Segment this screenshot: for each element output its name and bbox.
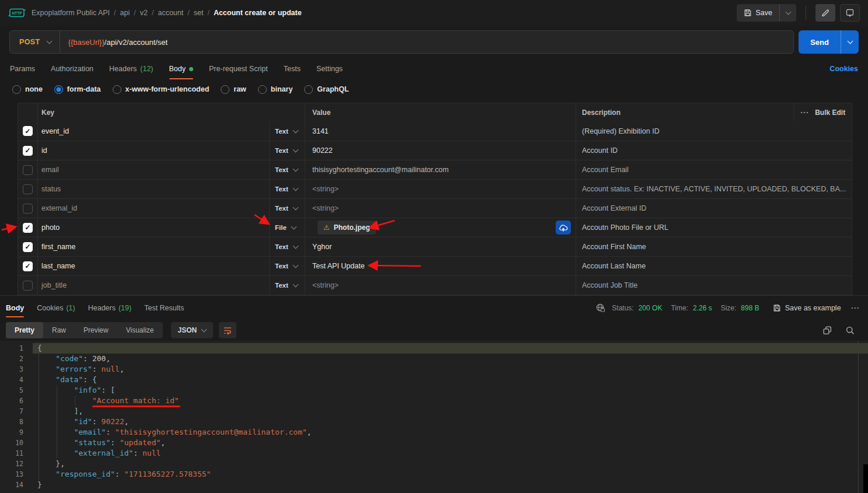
type-select[interactable]: Text — [269, 121, 305, 141]
value-cell[interactable]: Test API Update — [305, 257, 576, 275]
row-checkbox[interactable]: ✓ — [23, 242, 33, 252]
row-checkbox[interactable] — [23, 165, 33, 175]
body-mode-graphql[interactable]: GraphQL — [304, 85, 348, 94]
send-options-button[interactable] — [841, 30, 859, 54]
row-checkbox[interactable] — [23, 281, 33, 291]
bulk-edit-button[interactable]: ••• Bulk Edit — [794, 103, 852, 121]
row-checkbox[interactable]: ✓ — [23, 146, 33, 156]
value-cell[interactable]: ⚠Photo.jpeg — [305, 218, 576, 237]
view-tab-visualize[interactable]: Visualize — [117, 322, 163, 338]
tab-body[interactable]: Body — [169, 58, 194, 79]
view-tab-raw[interactable]: Raw — [43, 322, 75, 338]
type-select[interactable]: Text — [269, 180, 305, 198]
tab-settings[interactable]: Settings — [316, 58, 343, 79]
response-tab-body[interactable]: Body — [6, 296, 24, 320]
value-cell[interactable]: 90222 — [305, 141, 576, 160]
row-checkbox[interactable] — [23, 204, 33, 214]
tab-authorization[interactable]: Authorization — [51, 58, 93, 79]
line-number: 4 — [0, 375, 33, 385]
response-tab-test-results[interactable]: Test Results — [144, 296, 184, 320]
description-cell[interactable]: Account status. Ex: INACTIVE, ACTIVE, IN… — [576, 180, 852, 198]
key-cell[interactable]: id — [38, 141, 269, 160]
method-select[interactable]: POST — [10, 31, 60, 53]
description-cell[interactable]: Account Last Name — [576, 257, 852, 275]
type-select[interactable]: Text — [269, 237, 305, 256]
view-tab-preview[interactable]: Preview — [75, 322, 117, 338]
key-cell[interactable]: event_id — [38, 121, 269, 141]
wrap-text-button[interactable] — [219, 322, 236, 338]
type-select[interactable]: Text — [269, 276, 305, 295]
photo-file-chip[interactable]: ⚠Photo.jpeg — [318, 221, 376, 235]
scrollbar-track[interactable] — [858, 341, 859, 493]
radio-icon — [113, 85, 121, 94]
row-checkbox[interactable]: ✓ — [23, 126, 33, 136]
response-tab-headers[interactable]: Headers(19) — [88, 296, 131, 320]
type-select[interactable]: File — [269, 218, 305, 237]
response-format-select[interactable]: JSON — [171, 322, 214, 338]
breadcrumb-item[interactable]: Expoplatform Public API — [32, 9, 110, 17]
value-cell[interactable]: thisisyghortestingaccount@mailinator.com — [305, 160, 576, 179]
value-cell[interactable]: Yghor — [305, 237, 576, 256]
key-cell[interactable]: email — [38, 160, 269, 179]
key-cell[interactable]: first_name — [38, 237, 269, 256]
description-cell[interactable]: Account External ID — [576, 199, 852, 218]
indent-guide — [57, 427, 57, 438]
row-checkbox[interactable]: ✓ — [23, 261, 33, 271]
value-cell[interactable]: <string> — [305, 276, 576, 295]
description-cell[interactable]: Account ID — [576, 141, 852, 160]
description-cell[interactable]: Account Job Title — [576, 276, 852, 295]
url-input[interactable]: {{baseUrl}}/api/v2/account/set — [68, 38, 168, 47]
body-mode-x-www-form-urlencoded[interactable]: x-www-form-urlencoded — [113, 85, 210, 94]
save-options-button[interactable] — [779, 4, 796, 22]
key-cell[interactable]: last_name — [38, 257, 269, 275]
type-select[interactable]: Text — [269, 141, 305, 160]
description-cell[interactable]: Account First Name — [576, 237, 852, 256]
tab-tests[interactable]: Tests — [284, 58, 301, 79]
breadcrumb-item[interactable]: v2 — [140, 9, 148, 17]
save-button[interactable]: Save — [737, 4, 780, 22]
response-tab-cookies[interactable]: Cookies(1) — [37, 296, 75, 320]
radio-icon — [304, 85, 313, 94]
body-mode-none[interactable]: none — [12, 85, 43, 94]
svg-text:HTTP: HTTP — [12, 11, 23, 15]
chevron-down-icon — [292, 147, 298, 153]
response-more-options-button[interactable]: ••• — [852, 305, 860, 310]
search-button[interactable] — [845, 326, 855, 335]
tab-headers[interactable]: Headers(12) — [109, 58, 153, 79]
value-cell[interactable]: 3141 — [305, 121, 576, 141]
tab-params[interactable]: Params — [10, 58, 35, 79]
indent-guide — [39, 364, 39, 375]
save-as-example-button[interactable]: Save as example — [773, 304, 841, 312]
body-mode-form-data[interactable]: form-data — [54, 85, 101, 94]
radio-icon — [221, 85, 229, 94]
row-checkbox[interactable] — [23, 184, 33, 194]
body-mode-binary[interactable]: binary — [258, 85, 293, 94]
description-cell[interactable]: Account Email — [576, 160, 852, 179]
key-cell[interactable]: status — [38, 180, 269, 198]
upload-file-button[interactable] — [556, 221, 571, 235]
type-select[interactable]: Text — [269, 257, 305, 275]
description-cell[interactable]: Accoutn Photo File or URL — [576, 218, 852, 237]
copy-button[interactable] — [822, 326, 832, 335]
body-mode-raw[interactable]: raw — [221, 85, 246, 94]
view-tab-pretty[interactable]: Pretty — [6, 322, 43, 338]
key-cell[interactable]: photo — [38, 218, 269, 237]
comments-button[interactable] — [840, 4, 860, 22]
key-cell[interactable]: job_title — [38, 276, 269, 295]
value-cell[interactable]: <string> — [305, 199, 576, 218]
type-select[interactable]: Text — [269, 160, 305, 179]
row-checkbox[interactable]: ✓ — [23, 223, 33, 233]
key-cell[interactable]: external_id — [38, 199, 269, 218]
edit-button[interactable] — [815, 4, 835, 22]
send-button[interactable]: Send — [799, 30, 841, 54]
type-label: Text — [275, 282, 288, 289]
value-cell[interactable]: <string> — [305, 180, 576, 198]
cookies-link[interactable]: Cookies — [829, 65, 858, 73]
breadcrumb-item[interactable]: account — [158, 9, 183, 17]
breadcrumb-item[interactable]: api — [120, 9, 130, 17]
indent-guide — [57, 406, 57, 417]
breadcrumb-item[interactable]: set — [194, 9, 204, 17]
description-cell[interactable]: (Required) Exhibition ID — [576, 121, 852, 141]
type-select[interactable]: Text — [269, 199, 305, 218]
tab-pre-request-script[interactable]: Pre-request Script — [209, 58, 268, 79]
